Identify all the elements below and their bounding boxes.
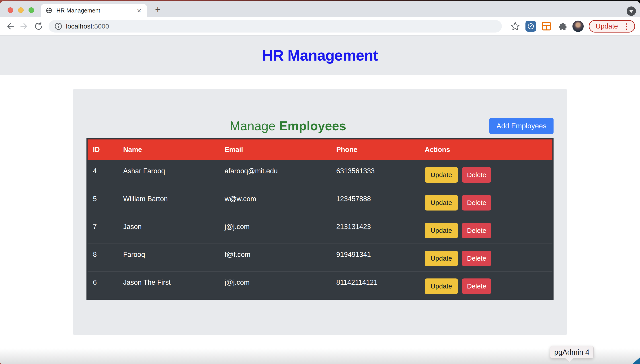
table-row: 6 Jason The First j@j.com 81142114121 Up… bbox=[87, 272, 553, 300]
back-icon bbox=[5, 22, 15, 31]
employee-actions-cell: Update Delete bbox=[420, 272, 553, 300]
employee-name-cell: Jason The First bbox=[118, 272, 219, 300]
table-row: 7 Jason j@j.com 213131423 Update Delete bbox=[87, 216, 553, 244]
tab-search-button[interactable] bbox=[627, 6, 636, 16]
compass-extension-icon bbox=[526, 21, 536, 32]
chevron-down-icon bbox=[629, 10, 633, 13]
employee-actions-cell: Update Delete bbox=[420, 244, 553, 272]
tab-title: HR Management bbox=[56, 7, 136, 14]
forward-icon bbox=[20, 22, 29, 31]
employee-actions-cell: Update Delete bbox=[420, 188, 553, 216]
globe-icon bbox=[46, 7, 52, 14]
employee-phone-cell: 81142114121 bbox=[331, 272, 420, 300]
update-button[interactable]: Update bbox=[425, 167, 458, 183]
bookmark-button[interactable] bbox=[510, 21, 520, 32]
column-header-id: ID bbox=[87, 139, 118, 160]
address-bar[interactable]: localhost:5000 bbox=[48, 20, 502, 32]
delete-button[interactable]: Delete bbox=[462, 250, 491, 266]
add-employees-button[interactable]: Add Employees bbox=[489, 118, 554, 134]
delete-button[interactable]: Delete bbox=[462, 223, 491, 238]
extensions-puzzle-icon bbox=[557, 22, 567, 31]
info-icon[interactable] bbox=[54, 22, 62, 30]
delete-button[interactable]: Delete bbox=[462, 195, 491, 210]
table-row: 5 William Barton w@w.com 123457888 Updat… bbox=[87, 188, 553, 216]
employee-email-cell: j@j.com bbox=[219, 272, 331, 300]
pgadmin-dock-tooltip: pgAdmin 4 bbox=[550, 346, 594, 358]
delete-button[interactable]: Delete bbox=[462, 278, 491, 294]
column-header-name: Name bbox=[118, 139, 219, 160]
tab-strip: HR Management × + bbox=[0, 1, 640, 17]
employee-name-cell: Farooq bbox=[118, 244, 219, 272]
column-header-actions: Actions bbox=[420, 139, 553, 160]
grid-extension-button[interactable] bbox=[541, 21, 552, 32]
employee-email-cell: w@w.com bbox=[219, 188, 331, 216]
table-row: 4 Ashar Farooq afarooq@mit.edu 631356133… bbox=[87, 160, 553, 188]
browser-update-button[interactable]: Update ⋮ bbox=[589, 20, 635, 32]
reload-button[interactable] bbox=[34, 21, 44, 32]
employees-table: ID Name Email Phone Actions 4 Ashar Faro… bbox=[86, 138, 554, 300]
window-controls bbox=[8, 7, 34, 13]
page-title: HR Management bbox=[262, 46, 378, 64]
web-page: HR Management Manage Employees Add Emplo… bbox=[0, 36, 640, 364]
employee-id-cell: 7 bbox=[87, 216, 118, 244]
employee-email-cell: f@f.com bbox=[219, 244, 331, 272]
table-row: 8 Farooq f@f.com 919491341 Update Delete bbox=[87, 244, 553, 272]
employee-email-cell: afarooq@mit.edu bbox=[219, 160, 331, 188]
browser-window: HR Management × + localhost:5000 bbox=[0, 1, 640, 364]
close-window-button[interactable] bbox=[8, 7, 13, 13]
employee-phone-cell: 919491341 bbox=[331, 244, 420, 272]
bottom-fade bbox=[0, 348, 640, 364]
url-port: :5000 bbox=[92, 22, 109, 30]
reload-icon bbox=[34, 22, 43, 31]
employee-name-cell: Jason bbox=[118, 216, 219, 244]
column-header-email: Email bbox=[219, 139, 331, 160]
close-tab-icon[interactable]: × bbox=[136, 7, 142, 14]
card-header-row: Manage Employees Add Employees bbox=[86, 118, 554, 134]
browser-toolbar: localhost:5000 bbox=[0, 17, 640, 36]
new-tab-button[interactable]: + bbox=[153, 5, 163, 15]
employee-name-cell: Ashar Farooq bbox=[118, 160, 219, 188]
employee-name-cell: William Barton bbox=[118, 188, 219, 216]
compass-extension-button[interactable] bbox=[526, 21, 536, 32]
update-button[interactable]: Update bbox=[425, 195, 458, 210]
dock-icon-corner bbox=[632, 357, 640, 364]
employee-id-cell: 4 bbox=[87, 160, 118, 188]
employee-id-cell: 6 bbox=[87, 272, 118, 300]
employee-phone-cell: 123457888 bbox=[331, 188, 420, 216]
heading-emphasis: Employees bbox=[279, 119, 346, 133]
employee-table-body: 4 Ashar Farooq afarooq@mit.edu 631356133… bbox=[87, 160, 553, 300]
zoom-window-button[interactable] bbox=[28, 7, 34, 13]
url-host: localhost bbox=[66, 22, 92, 30]
grid-extension-icon bbox=[541, 21, 552, 32]
employee-id-cell: 5 bbox=[87, 188, 118, 216]
page-header-band: HR Management bbox=[0, 36, 640, 75]
minimize-window-button[interactable] bbox=[18, 7, 24, 13]
forward-button[interactable] bbox=[19, 21, 30, 32]
more-menu-dots-icon[interactable]: ⋮ bbox=[623, 22, 630, 31]
avatar[interactable] bbox=[572, 20, 584, 32]
manage-employees-heading: Manage Employees bbox=[86, 118, 489, 134]
column-header-phone: Phone bbox=[331, 139, 420, 160]
update-button[interactable]: Update bbox=[425, 250, 458, 266]
employee-id-cell: 8 bbox=[87, 244, 118, 272]
table-header-row: ID Name Email Phone Actions bbox=[87, 139, 553, 160]
delete-button[interactable]: Delete bbox=[462, 167, 491, 183]
browser-tab[interactable]: HR Management × bbox=[41, 4, 147, 17]
pgadmin-tooltip-label: pgAdmin 4 bbox=[554, 348, 590, 356]
extensions-button[interactable] bbox=[557, 21, 567, 32]
employee-phone-cell: 213131423 bbox=[331, 216, 420, 244]
heading-prefix: Manage bbox=[230, 119, 279, 133]
employees-card: Manage Employees Add Employees ID Name E… bbox=[73, 89, 567, 335]
employee-actions-cell: Update Delete bbox=[420, 216, 553, 244]
bookmark-star-icon bbox=[510, 22, 520, 31]
browser-update-label: Update bbox=[596, 22, 618, 30]
back-button[interactable] bbox=[5, 21, 15, 32]
employee-actions-cell: Update Delete bbox=[420, 160, 553, 188]
employee-email-cell: j@j.com bbox=[219, 216, 331, 244]
employee-phone-cell: 6313561333 bbox=[331, 160, 420, 188]
update-button[interactable]: Update bbox=[425, 223, 458, 238]
update-button[interactable]: Update bbox=[425, 278, 458, 294]
